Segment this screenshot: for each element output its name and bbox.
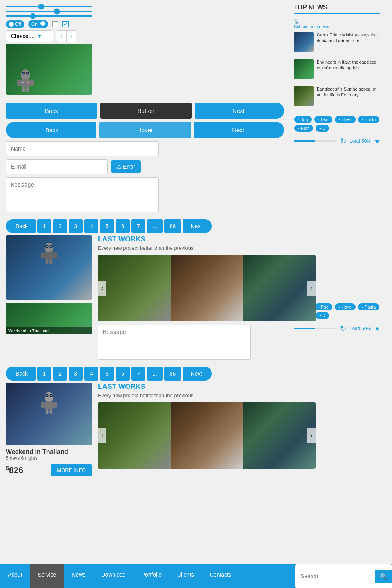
buttons-section: Back Button Next Back Hover Next — [6, 103, 284, 138]
slider-3[interactable] — [6, 15, 92, 17]
next-button-1[interactable]: Next — [195, 103, 284, 119]
hover-button[interactable]: Hover — [99, 122, 191, 138]
tag-6[interactable]: D — [316, 125, 329, 132]
page-btn-7[interactable]: 7 — [131, 219, 145, 233]
toggle-on-button[interactable]: On — [28, 20, 48, 28]
checkbox-unchecked[interactable] — [52, 21, 58, 27]
back-button-2[interactable]: Back — [6, 122, 96, 138]
footer-search-input[interactable] — [295, 570, 375, 583]
tag-2-6[interactable]: D — [316, 312, 329, 319]
subscribe-link[interactable]: Subscribe to news — [294, 24, 380, 29]
toggle-off-button[interactable]: Off — [6, 20, 24, 28]
button-mid[interactable]: Button — [100, 103, 192, 119]
page-btn-86[interactable]: 86 — [164, 219, 181, 233]
message-textarea[interactable] — [6, 177, 159, 212]
last-works-title-2: LAST WORKS — [98, 383, 316, 391]
works-section-1: Weekend in Thailand LAST WORKS Every new… — [6, 235, 284, 365]
page-btn-3[interactable]: 3 — [69, 219, 83, 233]
message-overlay-1[interactable] — [98, 325, 316, 365]
nav-prev-button[interactable]: ‹ — [56, 30, 66, 42]
tag-5[interactable]: Fish — [294, 125, 313, 132]
message-textarea-2[interactable] — [98, 325, 251, 360]
svg-rect-9 — [26, 87, 29, 92]
svg-rect-19 — [53, 252, 57, 258]
email-input[interactable] — [6, 159, 108, 174]
load-progress-fill-2 — [294, 328, 315, 329]
svg-rect-30 — [46, 409, 49, 414]
gallery-next-button-2[interactable]: › — [307, 428, 316, 443]
pagination-next-button-1[interactable]: Next — [183, 219, 212, 233]
nav-contacts[interactable]: Contacts — [202, 564, 239, 588]
footer-nav: About Service News Download Portfolio Cl… — [0, 564, 392, 588]
page-btn-2-3[interactable]: 3 — [69, 367, 83, 381]
slider-1[interactable] — [6, 6, 92, 7]
top-news-section: TOP NEWS 📡 Subscribe to news Greek Prime… — [294, 4, 380, 109]
travel-card-image — [6, 383, 92, 445]
news-thumb-2 — [294, 59, 314, 79]
page-btn-2-dots[interactable]: ... — [147, 367, 163, 381]
gallery-prev-button-2[interactable]: ‹ — [98, 428, 106, 443]
tag-1[interactable]: Tag — [294, 116, 312, 123]
svg-rect-29 — [53, 402, 57, 408]
load-text-1: Load 50% — [350, 138, 371, 144]
page-btn-6[interactable]: 6 — [116, 219, 130, 233]
tag-2[interactable]: Psd — [314, 116, 332, 123]
page-btn-2-4[interactable]: 4 — [84, 367, 98, 381]
load-button-2[interactable]: ↻ — [340, 324, 347, 333]
next-button-2[interactable]: Next — [194, 122, 284, 138]
footer-search: 🔍 — [295, 564, 392, 588]
toggle-off-label: Off — [15, 22, 21, 27]
favorite-button-2[interactable]: ★ — [374, 324, 380, 333]
load-button-1[interactable]: ↻ — [340, 136, 347, 146]
load-text-2: Load 50% — [350, 326, 371, 331]
nav-next-button[interactable]: › — [66, 30, 77, 42]
nav-download[interactable]: Download — [93, 564, 133, 588]
svg-point-25 — [46, 395, 48, 397]
page-btn-1[interactable]: 1 — [37, 219, 51, 233]
news-text-1: Greek Prime Minis­tras says the debt­-co… — [317, 32, 380, 52]
svg-point-12 — [45, 243, 54, 253]
pagination-back-button-1[interactable]: Back — [6, 219, 36, 233]
nav-service[interactable]: Service — [30, 564, 64, 588]
travel-subtitle: 5 days 6 nights — [6, 456, 92, 461]
pagination-next-button-2[interactable]: Next — [183, 367, 212, 381]
nav-clients[interactable]: Clients — [169, 564, 202, 588]
page-btn-5[interactable]: 5 — [100, 219, 114, 233]
page-btn-2-7[interactable]: 7 — [131, 367, 145, 381]
nav-portfolio[interactable]: Portfolio — [134, 564, 169, 588]
tag-3[interactable]: Hove — [335, 116, 356, 123]
name-input[interactable] — [6, 141, 159, 156]
tag-2-3[interactable]: Hove — [335, 303, 356, 310]
tag-2-2[interactable]: Psd — [314, 303, 332, 310]
gallery-strip-2: ‹ › — [98, 402, 316, 469]
controls-row: Off On ✓ — [6, 20, 284, 28]
more-info-button[interactable]: MORE INFO — [51, 464, 92, 476]
page-btn-2-86[interactable]: 86 — [164, 367, 181, 381]
page-btn-dots[interactable]: ... — [147, 219, 163, 233]
page-btn-2-6[interactable]: 6 — [116, 367, 130, 381]
svg-rect-27 — [45, 402, 54, 410]
checkbox-checked[interactable]: ✓ — [62, 21, 69, 27]
dropdown-button[interactable]: Choose... ▼ — [6, 30, 53, 42]
svg-point-22 — [45, 392, 54, 403]
page-btn-2[interactable]: 2 — [53, 219, 67, 233]
nav-about[interactable]: About — [0, 564, 30, 588]
page-btn-2-5[interactable]: 5 — [100, 367, 114, 381]
page-btn-4[interactable]: 4 — [84, 219, 98, 233]
nav-news[interactable]: News — [64, 564, 93, 588]
pagination-back-button-2[interactable]: Back — [6, 367, 36, 381]
page-btn-2-1[interactable]: 1 — [37, 367, 51, 381]
svg-rect-6 — [17, 80, 21, 86]
page-btn-2-2[interactable]: 2 — [53, 367, 67, 381]
svg-rect-31 — [50, 409, 53, 414]
back-button-1[interactable]: Back — [6, 103, 97, 119]
sliders-section — [6, 6, 284, 17]
gallery-prev-button-1[interactable]: ‹ — [98, 281, 106, 296]
slider-2[interactable] — [6, 11, 92, 12]
tag-2-4[interactable]: Pasta — [358, 303, 379, 310]
gallery-next-button-1[interactable]: › — [307, 281, 316, 296]
tag-4[interactable]: Pasta — [358, 116, 379, 123]
footer-search-button[interactable]: 🔍 — [375, 570, 392, 583]
svg-rect-8 — [22, 87, 25, 92]
favorite-button-1[interactable]: ★ — [374, 137, 380, 145]
